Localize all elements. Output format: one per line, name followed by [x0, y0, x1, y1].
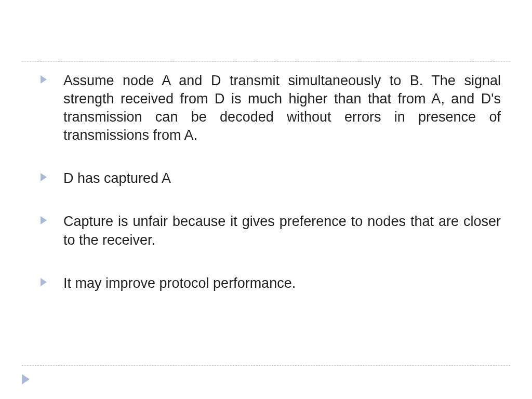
bullet-text: D has captured A [63, 170, 171, 186]
list-item: Capture is unfair because it gives prefe… [39, 212, 501, 249]
bullet-triangle-icon [41, 173, 47, 181]
divider-top [22, 61, 510, 62]
content-area: Assume node A and D transmit simultaneou… [39, 72, 501, 317]
footer-triangle-icon [22, 374, 30, 384]
list-item: Assume node A and D transmit simultaneou… [39, 72, 501, 144]
bullet-triangle-icon [41, 75, 47, 84]
list-item: D has captured A [39, 169, 501, 188]
slide: Assume node A and D transmit simultaneou… [0, 0, 532, 399]
divider-bottom [22, 365, 510, 366]
bullet-text: Assume node A and D transmit simultaneou… [63, 73, 501, 143]
bullet-triangle-icon [41, 278, 47, 286]
bullet-text: Capture is unfair because it gives prefe… [63, 214, 501, 247]
list-item: It may improve protocol performance. [39, 274, 501, 292]
bullet-text: It may improve protocol performance. [63, 275, 296, 291]
bullet-triangle-icon [41, 216, 47, 224]
